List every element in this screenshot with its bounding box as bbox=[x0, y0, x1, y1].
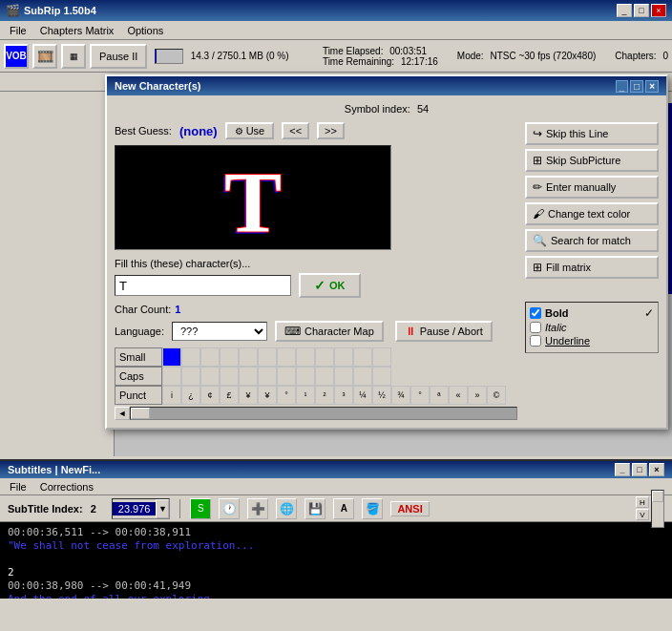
skip-line-button[interactable]: ↪ Skip this Line bbox=[525, 122, 659, 145]
fill-matrix-button[interactable]: ⊞ Fill matrix bbox=[525, 256, 659, 279]
char-cell-punct-3[interactable]: ¢ bbox=[200, 386, 220, 405]
save-icon[interactable]: 💾 bbox=[304, 498, 326, 519]
underline-checkbox[interactable] bbox=[530, 335, 541, 347]
menu-file[interactable]: File bbox=[4, 24, 32, 37]
maximize-button[interactable]: □ bbox=[634, 4, 649, 17]
plus-icon[interactable]: ➕ bbox=[247, 498, 268, 519]
char-cell-punct-11[interactable]: ¼ bbox=[353, 386, 372, 405]
scroll-v-btn[interactable]: V bbox=[636, 509, 649, 520]
close-button[interactable]: × bbox=[651, 4, 666, 17]
char-cell-punct-6[interactable]: ¥ bbox=[258, 386, 277, 405]
ok-button[interactable]: ✓ OK bbox=[299, 273, 361, 298]
char-cell-punct-15[interactable]: ª bbox=[430, 386, 449, 405]
dialog-main: Best Guess: (none) ⚙ Use << >> bbox=[115, 122, 659, 420]
small-label: Small bbox=[115, 347, 162, 367]
enter-manually-button[interactable]: ✏ Enter manually bbox=[525, 176, 659, 199]
language-select[interactable]: ??? bbox=[172, 322, 267, 341]
char-cell-punct-1[interactable]: i bbox=[162, 386, 181, 405]
char-cell-punct-9[interactable]: ² bbox=[315, 386, 334, 405]
char-cell-caps-1[interactable] bbox=[162, 367, 181, 386]
char-cell-small-11[interactable] bbox=[353, 347, 372, 367]
char-cell-punct-7[interactable]: ° bbox=[277, 386, 296, 405]
char-cell-caps-10[interactable] bbox=[334, 367, 353, 386]
char-cell-punct-10[interactable]: ³ bbox=[334, 386, 353, 405]
time-info: Time Elapsed: 00:03:51 Time Remaining: 1… bbox=[323, 46, 438, 67]
char-cell-small-12[interactable] bbox=[372, 347, 391, 367]
char-cell-punct-16[interactable]: « bbox=[449, 386, 468, 405]
char-cell-punct-4[interactable]: £ bbox=[220, 386, 239, 405]
scroll-thumb[interactable] bbox=[131, 408, 150, 419]
italic-checkbox[interactable] bbox=[530, 322, 541, 333]
char-cell-small-3[interactable] bbox=[200, 347, 220, 367]
char-cell-caps-7[interactable] bbox=[277, 367, 296, 386]
arrow-right-button[interactable]: >> bbox=[317, 122, 345, 139]
char-cell-punct-14[interactable]: ° bbox=[410, 386, 430, 405]
pause-abort-button[interactable]: ⏸ Pause / Abort bbox=[395, 321, 493, 342]
char-cell-punct-13[interactable]: ¾ bbox=[391, 386, 410, 405]
subtitle-save-icon[interactable]: S bbox=[190, 498, 211, 519]
bottom-close[interactable]: × bbox=[649, 463, 664, 476]
title-bar: 🎬 SubRip 1.50b4 _ □ × bbox=[0, 0, 672, 21]
char-cell-caps-6[interactable] bbox=[258, 367, 277, 386]
bottom-menu-file[interactable]: File bbox=[4, 480, 32, 494]
arrow-left-button[interactable]: << bbox=[282, 122, 309, 139]
search-for-match-button[interactable]: 🔍 Search for match bbox=[525, 229, 659, 252]
char-cell-caps-9[interactable] bbox=[315, 367, 334, 386]
char-cell-small-5[interactable] bbox=[239, 347, 258, 367]
menu-chapters-matrix[interactable]: Chapters Matrix bbox=[34, 24, 120, 37]
ansi-button[interactable]: ANSI bbox=[390, 501, 429, 516]
dialog-close[interactable]: × bbox=[645, 80, 659, 93]
char-cell-caps-5[interactable] bbox=[239, 367, 258, 386]
char-cell-punct-12[interactable]: ½ bbox=[372, 386, 391, 405]
char-cell-small-9[interactable] bbox=[315, 347, 334, 367]
use-button[interactable]: ⚙ Use bbox=[225, 122, 275, 139]
scroll-track[interactable] bbox=[130, 407, 517, 420]
char-cell-punct-2[interactable]: ¿ bbox=[181, 386, 200, 405]
char-cell-small-8[interactable] bbox=[296, 347, 315, 367]
scroll-left-button[interactable]: ◄ bbox=[115, 407, 130, 420]
minimize-button[interactable]: _ bbox=[617, 4, 632, 17]
pause-abort-icon: ⏸ bbox=[405, 325, 416, 338]
char-cell-punct-18[interactable]: © bbox=[487, 386, 506, 405]
char-cell-caps-2[interactable] bbox=[181, 367, 200, 386]
vob-icon-btn[interactable]: VOB bbox=[4, 44, 29, 69]
char-cell-caps-8[interactable] bbox=[296, 367, 315, 386]
bottom-minimize[interactable]: _ bbox=[615, 463, 630, 476]
char-cell-caps-4[interactable] bbox=[220, 367, 239, 386]
char-cell-punct-8[interactable]: ¹ bbox=[296, 386, 315, 405]
char-cell-caps-11[interactable] bbox=[353, 367, 372, 386]
bold-checkbox[interactable] bbox=[530, 307, 541, 319]
bottom-maximize[interactable]: □ bbox=[632, 463, 647, 476]
grid-icon-btn[interactable]: ▦ bbox=[61, 44, 86, 69]
fill-input[interactable] bbox=[115, 275, 291, 296]
film-icon-btn[interactable]: 🎞️ bbox=[32, 44, 57, 69]
char-cell-small-7[interactable] bbox=[277, 347, 296, 367]
earth-icon[interactable]: 🌐 bbox=[276, 498, 297, 519]
char-map-button[interactable]: ⌨ Character Map bbox=[275, 321, 384, 342]
dialog-maximize[interactable]: □ bbox=[630, 80, 643, 93]
v-scroll-thumb[interactable] bbox=[652, 491, 663, 502]
char-cell-small-10[interactable] bbox=[334, 347, 353, 367]
bottom-menu-corrections[interactable]: Corrections bbox=[34, 480, 99, 494]
vertical-scrollbar[interactable] bbox=[651, 490, 664, 528]
font-icon[interactable]: A bbox=[333, 498, 354, 519]
char-cell-caps-12[interactable] bbox=[372, 367, 391, 386]
bucket-icon[interactable]: 🪣 bbox=[362, 498, 383, 519]
char-cell-punct-5[interactable]: ¥ bbox=[239, 386, 258, 405]
char-cell-small-1[interactable] bbox=[162, 347, 181, 367]
scroll-h-btn[interactable]: H bbox=[636, 496, 649, 508]
char-cell-small-4[interactable] bbox=[220, 347, 239, 367]
progress-bar bbox=[155, 49, 182, 64]
clock-icon[interactable]: 🕐 bbox=[219, 498, 240, 519]
pause-button[interactable]: Pause II bbox=[90, 44, 147, 69]
change-text-color-button[interactable]: 🖌 Change text color bbox=[525, 202, 659, 225]
char-cell-caps-3[interactable] bbox=[200, 367, 220, 386]
text-content: 00:00:36,511 --> 00:00:38,911 "We shall … bbox=[0, 522, 672, 599]
char-cell-small-6[interactable] bbox=[258, 347, 277, 367]
char-cell-punct-17[interactable]: » bbox=[468, 386, 487, 405]
skip-subpicture-button[interactable]: ⊞ Skip SubPicture bbox=[525, 149, 659, 172]
dialog-minimize[interactable]: _ bbox=[616, 80, 629, 93]
char-cell-small-2[interactable] bbox=[181, 347, 200, 367]
menu-options[interactable]: Options bbox=[121, 24, 169, 37]
fps-dropdown[interactable]: ▼ bbox=[156, 499, 169, 518]
